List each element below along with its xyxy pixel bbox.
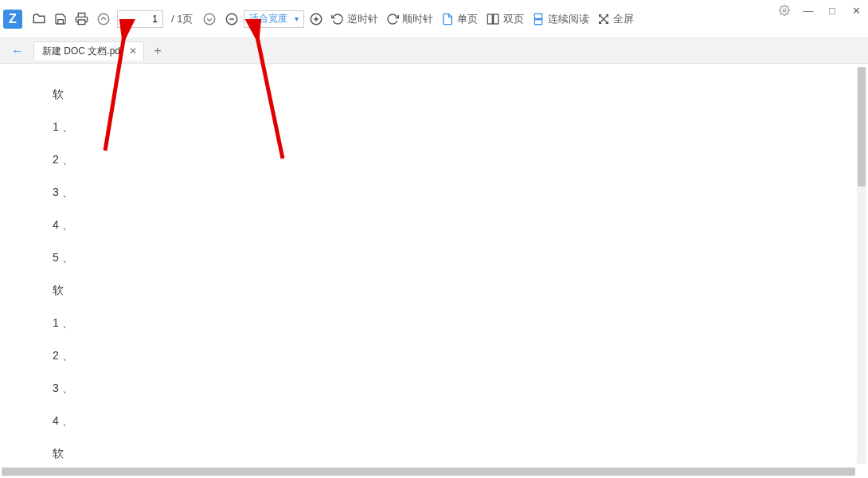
svg-rect-9 xyxy=(488,14,493,24)
svg-rect-1 xyxy=(78,20,85,25)
document-viewer: 软 1 、 2 、 3 、 4 、 5 、 软 1 、 2 、 3 、 4 、 … xyxy=(0,64,868,478)
svg-rect-11 xyxy=(535,14,542,18)
page-down-button[interactable] xyxy=(199,7,220,31)
page-up-button[interactable] xyxy=(93,7,114,31)
document-content: 软 1 、 2 、 3 、 4 、 5 、 软 1 、 2 、 3 、 4 、 … xyxy=(0,64,868,478)
tab-bar: ← 新建 DOC 文档.pdf ✕ + xyxy=(0,38,868,64)
rotate-cw-label: 顺时针 xyxy=(402,12,433,26)
doc-line: 2 、 xyxy=(53,347,836,364)
minimize-icon[interactable]: — xyxy=(801,3,815,18)
tab-close-icon[interactable]: ✕ xyxy=(127,45,139,57)
svg-point-3 xyxy=(205,14,216,25)
doc-line: 2 、 xyxy=(53,151,836,168)
continuous-read-label: 连续阅读 xyxy=(548,12,589,26)
doc-line: 软 xyxy=(53,282,836,299)
rotate-cw-button[interactable]: 顺时针 xyxy=(383,7,436,31)
rotate-ccw-label: 逆时针 xyxy=(347,12,378,26)
doc-line: 4 、 xyxy=(53,413,836,429)
svg-rect-12 xyxy=(535,19,542,24)
doc-line: 4 、 xyxy=(53,217,836,233)
zoom-mode-label: 适合宽度 xyxy=(249,12,287,25)
tab-title: 新建 DOC 文档.pdf xyxy=(42,45,123,58)
zoom-in-button[interactable] xyxy=(306,7,326,31)
vertical-scroll-thumb[interactable] xyxy=(858,67,866,186)
print-button[interactable] xyxy=(72,7,92,31)
zoom-out-button[interactable] xyxy=(221,7,242,31)
fullscreen-button[interactable]: 全屏 xyxy=(594,7,637,31)
double-page-button[interactable]: 双页 xyxy=(483,7,527,31)
continuous-read-button[interactable]: 连续阅读 xyxy=(529,7,592,31)
rotate-ccw-button[interactable]: 逆时针 xyxy=(328,7,381,31)
save-button[interactable] xyxy=(51,7,70,31)
page-total-label: / 1页 xyxy=(166,12,197,26)
doc-line: 3 、 xyxy=(53,380,836,397)
doc-line: 软 xyxy=(53,86,836,103)
doc-line: 软 xyxy=(53,445,836,462)
doc-line: 3 、 xyxy=(53,184,836,201)
svg-rect-10 xyxy=(494,14,499,24)
svg-point-0 xyxy=(783,9,786,12)
horizontal-scrollbar[interactable] xyxy=(2,467,855,476)
open-file-button[interactable] xyxy=(29,7,49,31)
svg-point-2 xyxy=(98,14,109,25)
settings-icon[interactable] xyxy=(777,3,792,18)
page-number-input[interactable] xyxy=(117,10,163,28)
close-window-icon[interactable]: ✕ xyxy=(849,3,863,18)
doc-line: 5 、 xyxy=(53,249,836,266)
fullscreen-label: 全屏 xyxy=(613,12,634,26)
single-page-label: 单页 xyxy=(457,12,478,26)
horizontal-scroll-thumb[interactable] xyxy=(2,468,855,476)
tab-add-button[interactable]: + xyxy=(147,44,167,58)
maximize-icon[interactable]: □ xyxy=(825,3,839,18)
doc-line: 1 、 xyxy=(53,119,836,135)
chevron-down-icon: ▾ xyxy=(295,14,299,23)
toolbar: Z / 1页 适合宽度 ▾ 逆时针 顺时针 单页 双页 xyxy=(0,0,868,38)
tab-active[interactable]: 新建 DOC 文档.pdf ✕ xyxy=(33,41,144,61)
back-button[interactable]: ← xyxy=(5,44,30,58)
single-page-button[interactable]: 单页 xyxy=(438,7,481,31)
app-logo: Z xyxy=(3,10,22,29)
vertical-scrollbar[interactable] xyxy=(857,67,866,464)
zoom-mode-select[interactable]: 适合宽度 ▾ xyxy=(244,10,304,28)
double-page-label: 双页 xyxy=(503,12,524,26)
doc-line: 1 、 xyxy=(53,315,836,331)
